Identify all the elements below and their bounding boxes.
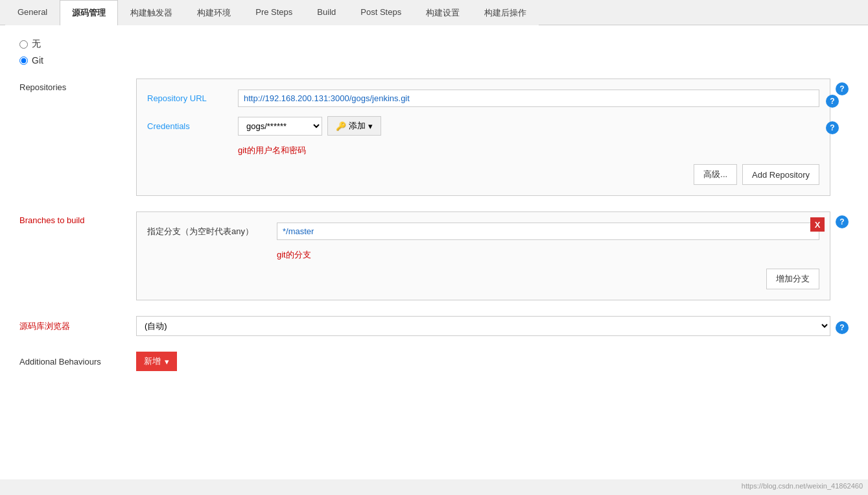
radio-git: Git xyxy=(19,55,849,66)
credentials-row: Credentials gogs/****** 🔑 添加 ▾ ? xyxy=(147,116,819,136)
add-credentials-button[interactable]: 🔑 添加 ▾ xyxy=(327,116,381,136)
add-branch-button[interactable]: 增加分支 xyxy=(766,269,819,289)
add-repository-button[interactable]: Add Repository xyxy=(742,164,819,185)
tab-postbuild[interactable]: 构建后操作 xyxy=(472,0,539,25)
new-behaviour-arrow: ▾ xyxy=(165,357,169,367)
branch-input-content xyxy=(277,223,819,240)
add-credentials-label: 添加 xyxy=(349,120,366,132)
main-content: 无 Git Repositories Repository URL ? xyxy=(0,25,868,479)
branch-input-label: 指定分支（为空时代表any） xyxy=(147,226,277,237)
radio-none-input[interactable] xyxy=(19,40,28,49)
credentials-select[interactable]: gogs/****** xyxy=(238,117,322,136)
source-browser-select[interactable]: (自动) xyxy=(136,316,830,336)
source-browser-help-icon[interactable]: ? xyxy=(836,321,849,334)
radio-none-label: 无 xyxy=(32,38,41,50)
source-browser-row: 源码库浏览器 (自动) ? xyxy=(19,316,849,336)
tab-trigger[interactable]: 构建触发器 xyxy=(118,0,185,25)
radio-group: 无 Git xyxy=(19,38,849,66)
credentials-error: git的用户名和密码 xyxy=(238,145,819,156)
additional-label: Additional Behaviours xyxy=(19,357,136,367)
branch-action-buttons: 增加分支 xyxy=(147,269,819,289)
tab-bar: General 源码管理 构建触发器 构建环境 Pre Steps Build … xyxy=(0,0,868,25)
credentials-label: Credentials xyxy=(147,121,238,131)
new-behaviour-label: 新增 xyxy=(144,356,161,367)
key-icon: 🔑 xyxy=(336,121,346,131)
advanced-button[interactable]: 高级... xyxy=(694,164,737,185)
branches-wrapper: X 指定分支（为空时代表any） git的分支 增加分支 ? xyxy=(136,211,849,300)
radio-git-input[interactable] xyxy=(19,56,28,65)
repo-url-input[interactable] xyxy=(238,90,819,107)
repo-url-row: Repository URL ? xyxy=(147,90,819,107)
branches-content: X 指定分支（为空时代表any） git的分支 增加分支 xyxy=(136,211,830,300)
tab-build[interactable]: Build xyxy=(305,0,348,25)
delete-branch-button[interactable]: X xyxy=(810,217,825,232)
repositories-wrapper: Repository URL ? Credentials gogs/****** xyxy=(136,78,849,196)
add-credentials-arrow: ▾ xyxy=(368,121,373,131)
tab-source[interactable]: 源码管理 xyxy=(60,0,118,25)
radio-git-label: Git xyxy=(32,55,43,66)
repositories-content: Repository URL ? Credentials gogs/****** xyxy=(136,78,830,196)
branch-error: git的分支 xyxy=(277,249,819,261)
repositories-help-icon[interactable]: ? xyxy=(836,82,849,95)
branch-input[interactable] xyxy=(277,223,819,240)
repo-url-content: ? xyxy=(238,90,819,107)
tab-env[interactable]: 构建环境 xyxy=(185,0,243,25)
source-browser-label: 源码库浏览器 xyxy=(19,320,136,332)
additional-behaviours-row: Additional Behaviours 新增 ▾ xyxy=(19,352,849,371)
branches-help-icon[interactable]: ? xyxy=(836,215,849,228)
tab-presteps[interactable]: Pre Steps xyxy=(243,0,305,25)
repositories-section: Repositories Repository URL ? Credential… xyxy=(19,78,849,196)
repositories-label: Repositories xyxy=(19,78,136,92)
repo-url-label: Repository URL xyxy=(147,93,238,103)
tab-settings[interactable]: 构建设置 xyxy=(414,0,472,25)
tab-general[interactable]: General xyxy=(5,0,60,25)
credentials-help-icon[interactable]: ? xyxy=(826,121,839,134)
repo-url-help-icon[interactable]: ? xyxy=(826,95,839,108)
tab-poststeps[interactable]: Post Steps xyxy=(348,0,414,25)
new-behaviour-button[interactable]: 新增 ▾ xyxy=(136,352,177,371)
branch-row: 指定分支（为空时代表any） xyxy=(147,223,819,240)
credentials-content: gogs/****** 🔑 添加 ▾ ? xyxy=(238,116,819,136)
repo-action-buttons: 高级... Add Repository xyxy=(147,164,819,185)
radio-none: 无 xyxy=(19,38,849,50)
branches-label: Branches to build xyxy=(19,211,136,225)
branches-section: Branches to build X 指定分支（为空时代表any） git的分… xyxy=(19,211,849,300)
